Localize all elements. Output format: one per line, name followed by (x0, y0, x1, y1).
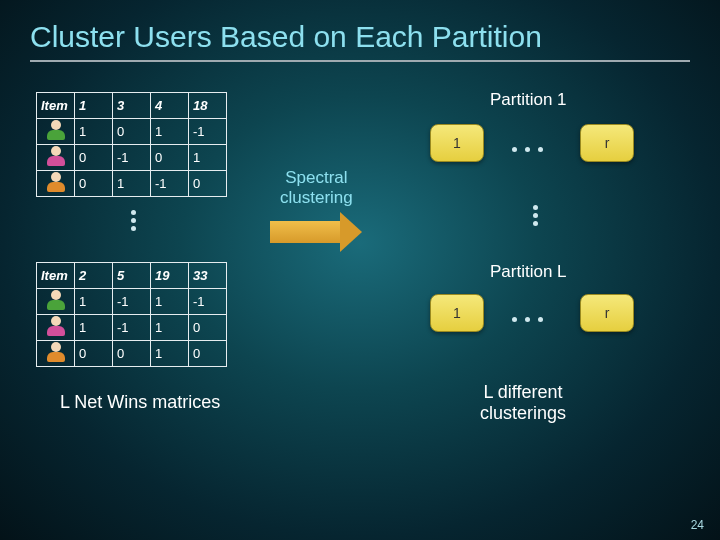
vertical-ellipsis (128, 207, 138, 234)
text-line: Spectral (285, 168, 347, 187)
partition-L-label: Partition L (490, 262, 567, 282)
caption-clusterings: L different clusterings (480, 382, 566, 424)
cell: 0 (75, 145, 113, 171)
slide-title: Cluster Users Based on Each Partition (0, 0, 720, 60)
cell: -1 (113, 315, 151, 341)
cell: -1 (113, 289, 151, 315)
cell: 1 (189, 145, 227, 171)
cell: -1 (189, 119, 227, 145)
user-icon (45, 342, 67, 362)
col-header: 2 (75, 263, 113, 289)
col-header: 33 (189, 263, 227, 289)
cell: 0 (151, 145, 189, 171)
col-header: 1 (75, 93, 113, 119)
text-line: clusterings (480, 403, 566, 423)
cluster-box: 1 (430, 294, 484, 332)
cell: 1 (75, 119, 113, 145)
user-icon-cell (37, 315, 75, 341)
user-icon-cell (37, 341, 75, 367)
spectral-label: Spectral clustering (280, 168, 353, 209)
col-header: 4 (151, 93, 189, 119)
user-icon (45, 290, 67, 310)
cell: 0 (75, 171, 113, 197)
user-icon (45, 146, 67, 166)
user-icon (45, 172, 67, 192)
col-header: 18 (189, 93, 227, 119)
horizontal-ellipsis (508, 308, 547, 326)
cell: 1 (151, 289, 189, 315)
cell: -1 (113, 145, 151, 171)
cell: -1 (151, 171, 189, 197)
col-header: Item (37, 93, 75, 119)
cell: 0 (113, 119, 151, 145)
cell: 1 (151, 341, 189, 367)
text-line: L different (483, 382, 562, 402)
partition-1-label: Partition 1 (490, 90, 567, 110)
matrix-partition-L: Item 2 5 19 33 1 -1 1 -1 1 -1 1 0 0 0 1 … (36, 262, 227, 367)
cell: 0 (189, 341, 227, 367)
cell: 0 (75, 341, 113, 367)
cluster-box: r (580, 294, 634, 332)
slide-body: Item 1 3 4 18 1 0 1 -1 0 -1 0 1 0 1 -1 0 (0, 62, 720, 522)
user-icon-cell (37, 145, 75, 171)
user-icon (45, 316, 67, 336)
user-icon-cell (37, 119, 75, 145)
cell: 0 (189, 315, 227, 341)
vertical-ellipsis (530, 202, 540, 229)
user-icon-cell (37, 289, 75, 315)
col-header: 3 (113, 93, 151, 119)
user-icon-cell (37, 171, 75, 197)
user-icon (45, 120, 67, 140)
cell: -1 (189, 289, 227, 315)
col-header: 5 (113, 263, 151, 289)
cell: 0 (113, 341, 151, 367)
arrow-icon (270, 212, 362, 252)
caption-matrices: L Net Wins matrices (60, 392, 220, 413)
horizontal-ellipsis (508, 138, 547, 156)
col-header: 19 (151, 263, 189, 289)
text-line: clustering (280, 188, 353, 207)
cell: 1 (75, 315, 113, 341)
cell: 1 (113, 171, 151, 197)
matrix-partition-1: Item 1 3 4 18 1 0 1 -1 0 -1 0 1 0 1 -1 0 (36, 92, 227, 197)
slide-number: 24 (691, 518, 704, 532)
cell: 0 (189, 171, 227, 197)
cluster-box: r (580, 124, 634, 162)
cluster-box: 1 (430, 124, 484, 162)
cell: 1 (151, 119, 189, 145)
col-header: Item (37, 263, 75, 289)
cell: 1 (75, 289, 113, 315)
cell: 1 (151, 315, 189, 341)
